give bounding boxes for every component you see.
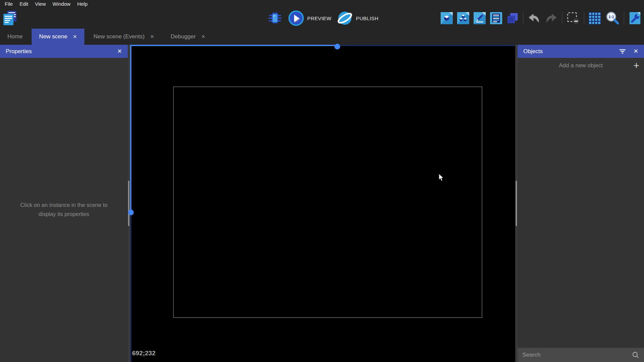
toolbar-separator (562, 12, 562, 25)
add-object-plus-icon[interactable]: + (633, 61, 639, 71)
mouse-cursor-icon (439, 174, 445, 182)
open-instances-list-button[interactable] (490, 12, 502, 24)
tab-label: New scene (Events) (93, 33, 145, 40)
zoom-1-1-icon: 1:1 (605, 11, 619, 25)
toggle-grid-button[interactable] (589, 12, 601, 25)
horizontal-scrollbar-fill[interactable] (130, 45, 337, 46)
horizontal-scrollbar-thumb[interactable] (334, 44, 340, 49)
toolbar-center-group: PREVIEW PUBLISH (267, 8, 378, 29)
tab-close-icon[interactable]: ✕ (73, 34, 77, 40)
publish-globe-icon (337, 10, 353, 26)
svg-text:1:1: 1:1 (608, 15, 614, 19)
menu-view[interactable]: View (32, 0, 49, 8)
preview-button[interactable]: PREVIEW (288, 10, 331, 26)
left-divider-grab-handle[interactable] (128, 181, 129, 226)
open-object-groups-icon (457, 12, 469, 24)
main-area: Properties ✕ Click on an instance in the… (0, 45, 644, 362)
open-instances-list-icon (490, 12, 502, 24)
open-layers-icon (507, 12, 519, 24)
objects-search-bar (518, 348, 644, 362)
tab-debugger[interactable]: Debugger ✕ (163, 29, 213, 45)
toolbar-separator (584, 12, 584, 25)
preview-label: PREVIEW (307, 15, 331, 21)
clear-selection-icon (567, 12, 579, 25)
redo-button[interactable] (545, 13, 558, 24)
zoom-1-1-button[interactable]: 1:1 (605, 11, 619, 25)
tab-label: Home (7, 33, 23, 40)
objects-panel: Objects ✕ Add a new object + (518, 45, 644, 362)
tab-new-scene[interactable]: New scene ✕ (32, 29, 84, 45)
objects-panel-header: Objects ✕ (518, 45, 644, 58)
properties-panel: Properties ✕ Click on an instance in the… (0, 45, 128, 362)
open-properties-button[interactable] (474, 12, 486, 24)
add-object-row[interactable]: Add a new object + (518, 58, 644, 73)
filter-icon[interactable] (619, 48, 626, 55)
menu-help[interactable]: Help (74, 0, 91, 8)
project-manager-button[interactable] (3, 10, 17, 26)
properties-empty-message-text: Click on an instance in the scene to dis… (13, 201, 114, 219)
gdevelop-window: File Edit View Window Help (0, 0, 644, 362)
undo-button[interactable] (528, 13, 540, 24)
open-objects-editor-icon (441, 12, 453, 24)
project-settings-button[interactable] (629, 11, 641, 25)
toolbar-separator (523, 12, 523, 25)
preview-play-icon (288, 10, 304, 26)
right-divider-grab-handle[interactable] (516, 181, 517, 226)
left-panel-resize-divider[interactable] (128, 45, 130, 362)
scene-canvas[interactable]: 692;232 (130, 45, 515, 362)
open-objects-editor-button[interactable] (441, 12, 453, 24)
debug-icon (267, 11, 283, 25)
properties-empty-message: Click on an instance in the scene to dis… (0, 201, 128, 219)
tab-label: Debugger (171, 33, 196, 40)
project-manager-icon (3, 10, 17, 26)
menu-file[interactable]: File (1, 0, 16, 8)
objects-panel-title: Objects (523, 48, 543, 55)
objects-close-icon[interactable]: ✕ (634, 48, 638, 54)
publish-label: PUBLISH (356, 15, 378, 21)
properties-panel-title: Properties (6, 48, 32, 55)
publish-button[interactable]: PUBLISH (337, 10, 378, 26)
toolbar: PREVIEW PUBLISH (0, 8, 644, 29)
clear-selection-button[interactable] (567, 12, 579, 25)
right-panel-resize-divider[interactable] (515, 45, 518, 362)
redo-icon (545, 13, 558, 24)
project-settings-icon (629, 11, 641, 25)
toolbar-separator (624, 12, 624, 25)
objects-search-input[interactable] (522, 352, 629, 358)
open-properties-icon (474, 12, 486, 24)
cursor-coordinates-label: 692;232 (132, 350, 156, 357)
open-object-groups-button[interactable] (457, 12, 469, 24)
toggle-grid-icon (589, 12, 601, 25)
open-layers-button[interactable] (507, 12, 519, 24)
tab-bar: Home New scene ✕ New scene (Events) ✕ De… (0, 29, 644, 45)
menu-window[interactable]: Window (49, 0, 74, 8)
tab-close-icon[interactable]: ✕ (201, 34, 205, 40)
tab-new-scene-events[interactable]: New scene (Events) ✕ (86, 29, 162, 45)
search-icon (632, 351, 639, 359)
menu-bar: File Edit View Window Help (0, 0, 644, 8)
vertical-scrollbar-fill[interactable] (130, 45, 131, 213)
tab-label: New scene (39, 33, 67, 40)
toolbar-right-group: 1:1 (441, 8, 641, 29)
properties-panel-header: Properties ✕ (0, 45, 128, 58)
vertical-scrollbar-thumb[interactable] (128, 210, 134, 215)
undo-icon (528, 13, 540, 24)
debug-button[interactable] (267, 11, 283, 25)
tab-home[interactable]: Home (0, 29, 30, 45)
properties-close-icon[interactable]: ✕ (117, 48, 122, 54)
add-object-label[interactable]: Add a new object (518, 58, 644, 73)
game-resolution-frame (173, 86, 482, 318)
menu-edit[interactable]: Edit (16, 0, 32, 8)
tab-close-icon[interactable]: ✕ (150, 34, 154, 40)
